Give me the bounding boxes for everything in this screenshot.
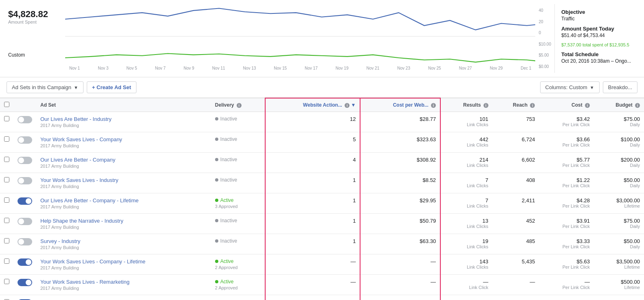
row-checkbox-cell[interactable]: [0, 193, 13, 213]
reach-info-icon[interactable]: i: [530, 103, 535, 108]
row-checkbox[interactable]: [4, 177, 9, 182]
row-toggle[interactable]: [18, 279, 32, 286]
ad-set-name[interactable]: Our Lives Are Better - Company - Lifetim…: [40, 197, 207, 204]
budget-value: $500.00: [598, 279, 640, 285]
row-checkbox-cell[interactable]: [0, 112, 13, 132]
row-checkbox-cell[interactable]: [0, 295, 13, 300]
row-checkbox[interactable]: [4, 238, 9, 243]
ad-set-name[interactable]: Our Lives Are Better - Company: [40, 157, 207, 163]
budget-sub: Daily: [598, 183, 640, 188]
total-schedule-block: Total Schedule Oct 20, 2016 10:38am – On…: [561, 51, 637, 64]
row-checkbox[interactable]: [4, 218, 9, 223]
delivery-info-icon[interactable]: i: [237, 103, 242, 108]
row-checkbox-cell[interactable]: [0, 132, 13, 152]
ad-set-name[interactable]: Your Work Saves Lives - Company: [40, 136, 207, 142]
cost-value: $1.22: [543, 177, 590, 183]
row-checkbox[interactable]: [4, 136, 9, 142]
header-checkbox[interactable]: [0, 98, 13, 112]
website-action-info-icon[interactable]: i: [345, 103, 349, 108]
row-toggle[interactable]: [18, 218, 32, 225]
row-toggle-cell[interactable]: [13, 274, 36, 295]
ad-sets-dropdown-button[interactable]: Ad Sets in this Campaign ▼: [7, 81, 84, 93]
row-cost-cell: —: [539, 295, 594, 300]
table-row: Help Shape the Narrative - Industry 2017…: [0, 213, 644, 234]
delivery-status: Inactive: [215, 238, 261, 244]
budget-value: $75.00: [598, 116, 640, 122]
cost-per-web-value: $8.52: [423, 177, 436, 183]
breakdown-button[interactable]: Breakdo...: [603, 81, 637, 93]
row-toggle-cell[interactable]: [13, 173, 36, 193]
row-checkbox-cell[interactable]: [0, 213, 13, 234]
row-cost-cell: — Per Link Click: [539, 274, 594, 295]
cost-per-web-info-icon[interactable]: i: [431, 103, 436, 108]
columns-button[interactable]: Columns: Custom ▼: [540, 81, 600, 93]
create-ad-set-button[interactable]: + Create Ad Set: [87, 81, 136, 93]
header-website-action[interactable]: Website Action... i ▼: [265, 98, 360, 112]
ad-set-name[interactable]: Our Lives Are Better - Industry: [40, 116, 207, 122]
row-budget-cell: $100.00 Daily: [594, 132, 644, 152]
cost-value: $5.63: [543, 258, 590, 265]
website-action-value: 1: [353, 177, 356, 183]
row-toggle-cell[interactable]: [13, 132, 36, 152]
row-toggle-cell[interactable]: [13, 234, 36, 254]
ad-set-sub: 2017 Army Building: [40, 204, 207, 209]
row-cost-cell: $5.63 Per Link Click: [539, 254, 594, 274]
results-value: 7: [445, 197, 488, 204]
delivery-dot: [215, 199, 218, 202]
row-toggle-cell[interactable]: [13, 193, 36, 213]
row-checkbox[interactable]: [4, 197, 9, 203]
row-ad-set-cell: Our Lives Are Better - Company - Lifetim…: [36, 193, 211, 213]
row-toggle[interactable]: [18, 258, 32, 266]
row-toggle-cell[interactable]: [13, 112, 36, 132]
row-website-action-cell: —: [265, 254, 360, 274]
website-action-value: 1: [353, 218, 356, 224]
header-delivery: Delivery i: [211, 98, 265, 112]
row-cost-cell: $3.91 Per Link Click: [539, 213, 594, 234]
row-toggle[interactable]: [18, 197, 32, 205]
delivery-text: Active: [220, 197, 234, 203]
row-website-action-cell: —: [265, 274, 360, 295]
row-checkbox[interactable]: [4, 258, 9, 264]
row-checkbox[interactable]: [4, 279, 9, 284]
delivery-status: Active: [215, 258, 261, 264]
results-info-icon[interactable]: i: [484, 103, 488, 108]
budget-value: $3,000.00: [598, 197, 640, 204]
cost-info-icon[interactable]: i: [585, 103, 590, 108]
header-budget: Budget i: [594, 98, 644, 112]
cost-value: $4.28: [543, 197, 590, 204]
row-toggle-cell[interactable]: [13, 152, 36, 173]
row-checkbox-cell[interactable]: [0, 152, 13, 173]
row-checkbox-cell[interactable]: [0, 274, 13, 295]
reach-value: 2,411: [522, 197, 535, 204]
select-all-checkbox[interactable]: [4, 102, 9, 107]
budget-info-icon[interactable]: i: [635, 103, 640, 108]
ad-set-name[interactable]: Your Work Saves Lives - Industry: [40, 177, 207, 183]
row-checkbox[interactable]: [4, 157, 9, 162]
row-checkbox-cell[interactable]: [0, 234, 13, 254]
row-checkbox[interactable]: [4, 116, 9, 121]
delivery-text: Inactive: [220, 157, 237, 162]
results-sub: Link Clicks: [445, 142, 488, 147]
results-value: 13: [445, 218, 488, 224]
delivery-dot: [215, 138, 218, 141]
row-reach-cell: 753: [492, 112, 539, 132]
row-toggle[interactable]: [18, 157, 32, 164]
row-toggle[interactable]: [18, 177, 32, 184]
row-toggle[interactable]: [18, 116, 32, 123]
row-checkbox-cell[interactable]: [0, 254, 13, 274]
row-toggle[interactable]: [18, 238, 32, 245]
row-cost-cell: $3.42 Per Link Click: [539, 112, 594, 132]
row-toggle-cell[interactable]: [13, 295, 36, 300]
ad-set-name[interactable]: Your Work Saves Lives - Remarketing: [40, 279, 207, 285]
row-reach-cell: 485: [492, 234, 539, 254]
row-toggle[interactable]: [18, 136, 32, 144]
ad-set-name[interactable]: Help Shape the Narrative - Industry: [40, 218, 207, 224]
breakdown-label: Breakdo...: [608, 84, 632, 90]
columns-label: Columns: Custom: [545, 84, 587, 90]
row-checkbox-cell[interactable]: [0, 173, 13, 193]
ad-set-name[interactable]: Your Work Saves Lives - Company - Lifeti…: [40, 258, 207, 265]
row-toggle-cell[interactable]: [13, 213, 36, 234]
row-toggle-cell[interactable]: [13, 254, 36, 274]
reach-value: 485: [526, 238, 535, 244]
ad-set-name[interactable]: Survey - Industry: [40, 238, 207, 244]
